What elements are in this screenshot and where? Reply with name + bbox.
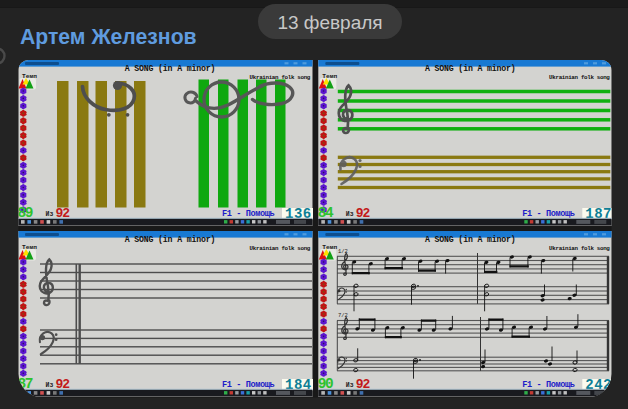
svg-text:Из: Из	[346, 382, 354, 389]
svg-text:F1 - Помощь: F1 - Помощь	[222, 209, 275, 219]
svg-text:Артем Железнов: Артем Железнов	[20, 25, 197, 49]
svg-text:Ukrainian folk song: Ukrainian folk song	[250, 245, 311, 252]
svg-text:1/2: 1/2	[338, 248, 348, 255]
svg-text:F1 - Помощь: F1 - Помощь	[522, 380, 575, 390]
svg-text:A SONG (in A minor): A SONG (in A minor)	[425, 64, 516, 73]
svg-text:A SONG (in A minor): A SONG (in A minor)	[425, 235, 516, 244]
svg-text:F1 - Помощь: F1 - Помощь	[222, 380, 275, 390]
svg-text:A SONG (in A minor): A SONG (in A minor)	[125, 64, 216, 73]
svg-text:13 февраля: 13 февраля	[277, 12, 382, 33]
svg-text:F1 - Помощь: F1 - Помощь	[522, 209, 575, 219]
svg-text:Из: Из	[346, 211, 354, 218]
svg-text:7/2: 7/2	[338, 312, 348, 319]
svg-text:Ukrainian folk song: Ukrainian folk song	[549, 74, 610, 81]
svg-text:Из: Из	[46, 211, 54, 218]
svg-text:Ukrainian folk song: Ukrainian folk song	[549, 245, 610, 252]
svg-text:Из: Из	[46, 382, 54, 389]
svg-text:A SONG (in A minor): A SONG (in A minor)	[125, 235, 216, 244]
